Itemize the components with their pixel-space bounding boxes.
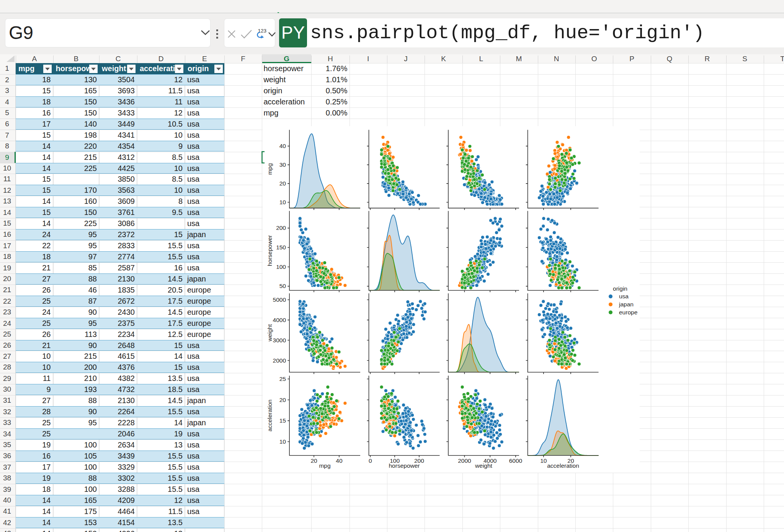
svg-text:25: 25	[279, 376, 286, 382]
svg-text:weight: weight	[475, 462, 492, 469]
svg-text:europe: europe	[619, 309, 637, 316]
svg-text:usa: usa	[619, 293, 629, 299]
svg-text:20: 20	[279, 180, 286, 187]
svg-text:6000: 6000	[509, 457, 523, 464]
svg-text:4000: 4000	[273, 317, 286, 323]
svg-text:20: 20	[310, 457, 317, 464]
svg-text:acceleration: acceleration	[547, 462, 579, 469]
svg-text:10: 10	[540, 457, 547, 464]
svg-text:2000: 2000	[273, 357, 286, 364]
svg-text:mpg: mpg	[319, 462, 330, 469]
svg-text:40: 40	[279, 143, 286, 149]
svg-text:30: 30	[279, 161, 286, 168]
svg-text:100: 100	[276, 264, 286, 270]
svg-text:10: 10	[279, 199, 286, 205]
svg-text:acceleration: acceleration	[266, 400, 273, 432]
svg-text:5000: 5000	[273, 296, 286, 303]
svg-text:japan: japan	[619, 301, 634, 307]
svg-text:horsepower: horsepower	[389, 462, 420, 469]
svg-text:150: 150	[276, 244, 286, 251]
svg-text:15: 15	[279, 417, 286, 424]
svg-text:40: 40	[336, 457, 343, 464]
svg-text:2000: 2000	[458, 457, 471, 464]
svg-text:10: 10	[279, 438, 286, 445]
svg-text:3000: 3000	[273, 337, 286, 343]
svg-text:200: 200	[276, 225, 286, 231]
svg-text:50: 50	[279, 283, 286, 289]
svg-text:horsepower: horsepower	[266, 235, 273, 266]
svg-text:mpg: mpg	[266, 163, 273, 175]
svg-text:20: 20	[279, 397, 286, 403]
svg-text:weight: weight	[266, 324, 273, 342]
svg-text:0: 0	[369, 457, 372, 464]
svg-text:origin: origin	[613, 285, 627, 292]
